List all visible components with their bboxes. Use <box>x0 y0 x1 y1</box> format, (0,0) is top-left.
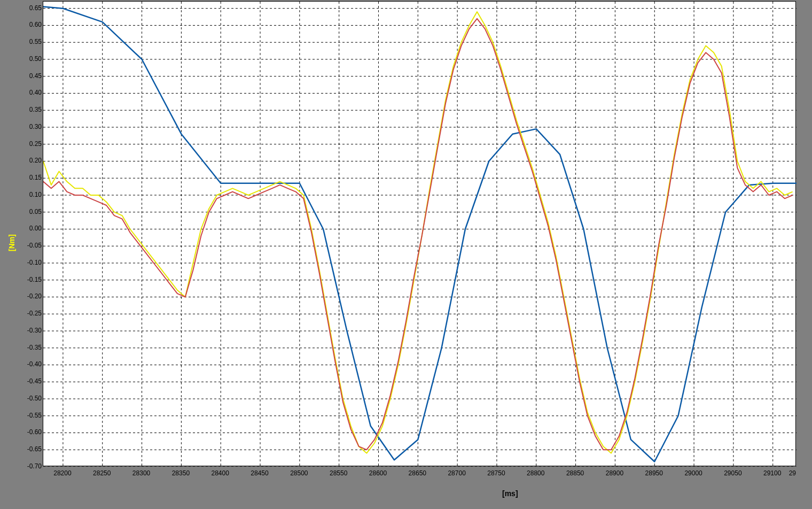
y-tick-label: 0.60 <box>20 21 43 28</box>
plot-area[interactable] <box>43 1 796 466</box>
x-tick-label: 29050 <box>717 469 749 477</box>
x-axis-label: [ms] <box>502 489 518 498</box>
plot-svg <box>43 2 797 467</box>
y-tick-label: -0.45 <box>20 377 43 385</box>
y-tick-label: -0.55 <box>20 412 43 419</box>
x-tick-label: 28400 <box>204 469 236 477</box>
y-tick-label: 0.20 <box>20 157 43 164</box>
chart-container: [Nm] 0.650.600.550.500.450.400.350.300.2… <box>0 0 812 509</box>
y-tick-label: 0.65 <box>20 4 43 12</box>
y-tick-label: 0.50 <box>20 55 43 63</box>
x-tick-label: 28800 <box>520 469 552 477</box>
series-blue <box>43 7 797 462</box>
x-tick-label: 28750 <box>480 469 512 477</box>
x-tick-label: 29000 <box>677 469 709 477</box>
y-tick-label: 0.25 <box>20 140 43 148</box>
y-tick-label: 0.05 <box>20 208 43 215</box>
y-tick-label: 0.40 <box>20 89 43 96</box>
y-tick-label: -0.25 <box>20 310 43 317</box>
y-tick-label: 0.00 <box>20 225 43 232</box>
x-tick-strip: 2820028250283002835028400284502850028550… <box>43 469 796 480</box>
y-tick-label: -0.10 <box>20 259 43 266</box>
y-tick-label: 0.35 <box>20 106 43 113</box>
x-tick-label: 28550 <box>323 469 355 477</box>
x-tick-label: 28500 <box>283 469 315 477</box>
x-tick-label: 28950 <box>638 469 670 477</box>
x-tick-label: 28350 <box>165 469 197 477</box>
y-tick-label: -0.20 <box>20 292 43 300</box>
y-tick-label: -0.05 <box>20 242 43 249</box>
y-tick-label: 0.30 <box>20 123 43 130</box>
y-tick-label: -0.60 <box>20 428 43 436</box>
y-tick-label: -0.50 <box>20 395 43 402</box>
x-tick-label: 28700 <box>441 469 473 477</box>
y-tick-label: -0.35 <box>20 344 43 351</box>
x-tick-label: 28450 <box>244 469 276 477</box>
x-tick-label: 28850 <box>559 469 591 477</box>
y-tick-strip: 0.650.600.550.500.450.400.350.300.250.20… <box>16 1 43 466</box>
x-tick-label: 28250 <box>86 469 118 477</box>
y-tick-label: -0.30 <box>20 327 43 334</box>
x-tick-label: 28600 <box>362 469 394 477</box>
y-tick-label: 0.45 <box>20 72 43 80</box>
y-tick-label: 0.15 <box>20 174 43 181</box>
y-axis-label: [Nm] <box>7 234 16 251</box>
y-tick-label: -0.40 <box>20 360 43 368</box>
x-tick-label: 29 <box>780 469 796 477</box>
y-tick-label: 0.10 <box>20 191 43 198</box>
y-tick-label: -0.65 <box>20 445 43 453</box>
x-tick-label: 28900 <box>598 469 630 477</box>
x-tick-label: 28200 <box>46 469 79 477</box>
x-tick-label: 28300 <box>126 469 158 477</box>
x-tick-label: 28650 <box>401 469 433 477</box>
y-tick-label: 0.55 <box>20 38 43 45</box>
y-tick-label: -0.70 <box>20 462 43 470</box>
y-tick-label: -0.15 <box>20 276 43 283</box>
